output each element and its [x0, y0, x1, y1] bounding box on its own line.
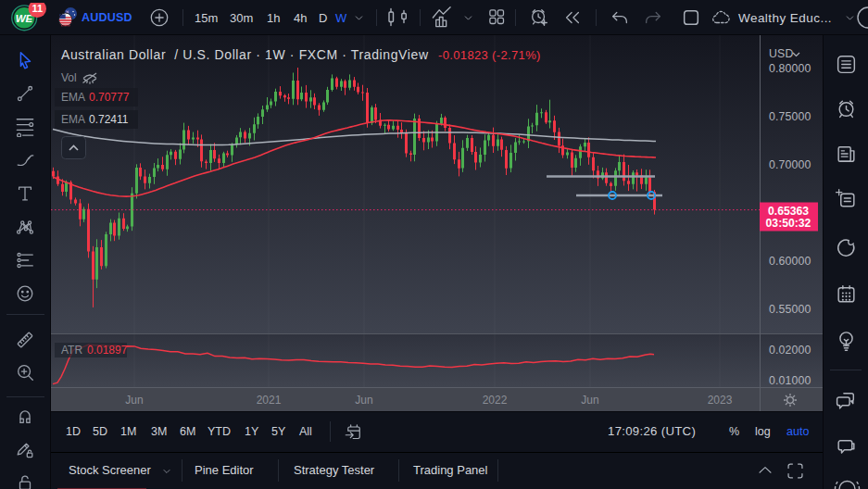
svg-text:Jun: Jun — [125, 394, 143, 407]
svg-text:Vol: Vol — [61, 71, 77, 84]
svg-text:Jun: Jun — [581, 394, 598, 407]
svg-text:0.75000: 0.75000 — [769, 110, 811, 123]
svg-text:2023: 2023 — [708, 394, 733, 407]
svg-text:0.01897: 0.01897 — [87, 344, 128, 357]
svg-text:Jun: Jun — [355, 394, 372, 407]
svg-text:EMA: EMA — [61, 91, 85, 104]
svg-text:Australian Dollar / U.S. Doll: Australian Dollar / U.S. Dollar · 1W · F… — [61, 47, 429, 62]
svg-text:0.60000: 0.60000 — [769, 255, 811, 268]
svg-text:0.65363: 0.65363 — [768, 205, 809, 218]
svg-text:-0.01823 (-2.71%): -0.01823 (-2.71%) — [438, 48, 541, 62]
svg-text:0.02000: 0.02000 — [769, 344, 811, 357]
svg-text:11: 11 — [31, 3, 43, 14]
svg-text:0.70000: 0.70000 — [769, 158, 811, 171]
svg-text:USD: USD — [769, 47, 793, 60]
svg-text:0.70777: 0.70777 — [89, 91, 130, 104]
svg-text:0.72411: 0.72411 — [89, 113, 129, 126]
svg-text:2022: 2022 — [483, 394, 508, 407]
svg-text:0.80000: 0.80000 — [769, 62, 811, 75]
svg-text:0.55000: 0.55000 — [769, 303, 811, 316]
svg-text:0.01000: 0.01000 — [769, 374, 811, 387]
svg-text:EMA: EMA — [61, 113, 85, 126]
svg-text:03:50:32: 03:50:32 — [766, 217, 811, 230]
svg-text:WE: WE — [16, 13, 33, 24]
svg-text:ATR: ATR — [61, 344, 82, 357]
svg-text:2021: 2021 — [257, 394, 282, 407]
